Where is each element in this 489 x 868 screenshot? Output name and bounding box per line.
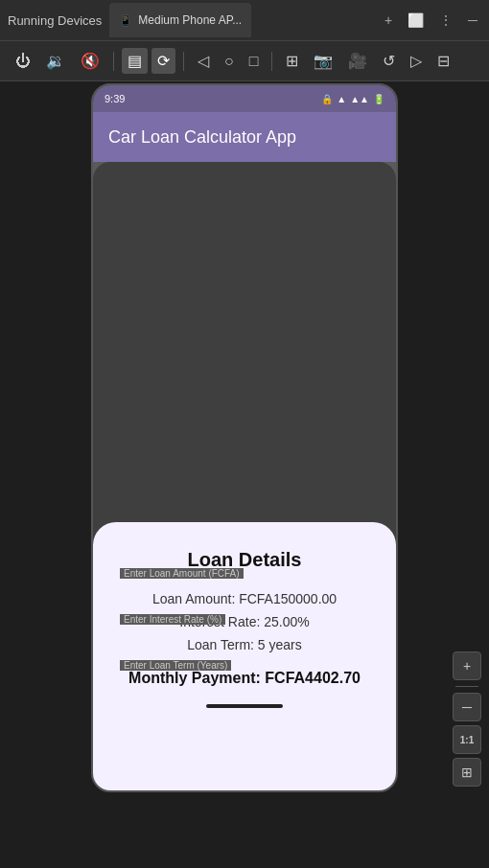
toolbar-separator-1	[113, 52, 114, 71]
interest-rate-label: Enter Interest Rate (%)	[120, 614, 225, 625]
panel-toggle-button[interactable]: ▤	[122, 48, 148, 74]
forward-button[interactable]: ▷	[405, 48, 428, 74]
app-header: Car Loan Calculator App	[93, 112, 396, 162]
fold-button[interactable]: ⊟	[431, 48, 455, 74]
signal-icon: ▲▲	[350, 94, 369, 104]
tab-item[interactable]: 📱 Medium Phone AP...	[109, 3, 251, 37]
modal-overlay: Loan Details Loan Amount: FCFA150000.00 …	[93, 162, 396, 790]
status-icons: 🔒 ▲ ▲▲ 🔋	[321, 94, 384, 104]
volume-mute-button[interactable]: 🔇	[75, 48, 105, 74]
back-button[interactable]: ◁	[192, 48, 215, 74]
battery-icon: 🔋	[373, 94, 384, 104]
status-time: 9:39	[105, 93, 125, 104]
loan-term-label: Enter Loan Term (Years)	[120, 660, 231, 671]
phone-container: 9:39 🔒 ▲ ▲▲ 🔋 Car Loan Calculator App En…	[91, 83, 398, 792]
app-content: Enter Loan Amount (FCFA) Enter Interest …	[93, 162, 396, 790]
app-name: Car Loan Calculator App	[108, 127, 296, 148]
toolbar-separator-3	[271, 52, 272, 71]
close-button[interactable]: ─	[464, 11, 481, 30]
title-bar-controls: + ⬜ ⋮ ─	[381, 11, 481, 30]
menu-button[interactable]: ⋮	[435, 11, 456, 30]
app-title: Running Devices	[8, 13, 102, 28]
restore-button[interactable]: ⬜	[404, 11, 428, 30]
zoom-level-label: 1:1	[453, 725, 481, 754]
wifi-icon: ▲	[337, 94, 346, 104]
security-icon: 🔒	[321, 94, 333, 104]
rotate-button[interactable]: ⟳	[151, 48, 175, 74]
add-tab-button[interactable]: +	[381, 11, 396, 30]
tab-phone-icon: 📱	[119, 14, 132, 27]
recent-apps-button[interactable]: □	[244, 49, 265, 74]
toolbar-separator-2	[183, 52, 184, 71]
video-button[interactable]: 🎥	[342, 48, 373, 74]
status-bar: 9:39 🔒 ▲ ▲▲ 🔋	[93, 85, 396, 112]
tab-label: Medium Phone AP...	[138, 13, 242, 27]
modal-card: Loan Details Loan Amount: FCFA150000.00 …	[93, 522, 396, 790]
zoom-add-button[interactable]: +	[453, 651, 481, 680]
expand-button[interactable]: ⊞	[453, 758, 481, 787]
modal-loan-amount: Loan Amount: FCFA150000.00	[116, 588, 373, 611]
power-button[interactable]: ⏻	[10, 49, 36, 74]
zoom-subtract-button[interactable]: ─	[453, 693, 481, 721]
title-bar: Running Devices 📱 Medium Phone AP... + ⬜…	[0, 0, 489, 41]
loan-amount-label: Enter Loan Amount (FCFA)	[120, 568, 244, 579]
toolbar: ⏻ 🔉 🔇 ▤ ⟳ ◁ ○ □ ⊞ 📷 🎥 ↺ ▷ ⊟	[0, 41, 489, 81]
apps-button[interactable]: ⊞	[280, 48, 304, 74]
screenshot-button[interactable]: 📷	[308, 48, 338, 74]
modal-loan-term: Loan Term: 5 years	[116, 634, 373, 657]
modal-monthly-payment: Monthly Payment: FCFA4402.70	[116, 670, 373, 687]
home-button[interactable]: ○	[219, 49, 240, 74]
volume-down-button[interactable]: 🔉	[40, 48, 71, 74]
refresh-button[interactable]: ↺	[377, 48, 401, 74]
home-indicator	[206, 704, 283, 708]
sidebar-separator	[455, 686, 478, 687]
right-sidebar: + ─ 1:1 ⊞	[453, 651, 481, 787]
